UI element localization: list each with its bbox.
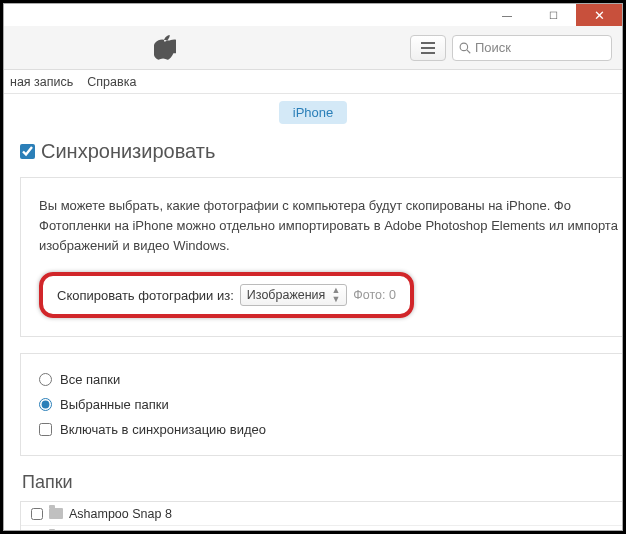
folders-heading: Папки xyxy=(22,472,622,493)
svg-rect-1 xyxy=(421,47,435,49)
window: — ☐ ✕ Поиск ная запись Справка iPhone Си… xyxy=(3,3,623,531)
copy-from-label: Скопировать фотографии из: xyxy=(57,288,234,303)
radio-selected-folders-label: Выбранные папки xyxy=(60,397,169,412)
svg-rect-0 xyxy=(421,42,435,44)
device-bar: iPhone xyxy=(4,94,622,130)
content: Синхронизировать Вы можете выбрать, каки… xyxy=(4,130,622,531)
photo-count: Фото: 0 xyxy=(353,288,396,302)
maximize-button[interactable]: ☐ xyxy=(530,4,576,26)
radio-all-folders[interactable] xyxy=(39,373,52,386)
include-video-checkbox[interactable] xyxy=(39,423,52,436)
titlebar: — ☐ ✕ xyxy=(4,4,622,26)
sync-row: Синхронизировать xyxy=(20,140,622,163)
folder-mode-group: Все папки Выбранные папки Включать в син… xyxy=(39,372,622,437)
chevron-updown-icon: ▲▼ xyxy=(331,286,340,304)
folder-list: Ashampoo Snap 8 Camera Roll Saved Pictur… xyxy=(20,501,622,531)
search-icon xyxy=(459,42,471,54)
svg-line-4 xyxy=(467,49,470,52)
folder-mode-panel: Все папки Выбранные папки Включать в син… xyxy=(20,353,622,456)
radio-all-folders-label: Все папки xyxy=(60,372,120,387)
search-placeholder: Поиск xyxy=(475,40,605,55)
list-icon xyxy=(421,42,435,54)
folder-icon xyxy=(49,508,63,519)
menu-help[interactable]: Справка xyxy=(87,75,136,89)
sync-description: Вы можете выбрать, какие фотографии с ко… xyxy=(39,196,622,256)
menu-account[interactable]: ная запись xyxy=(10,75,73,89)
device-tab-iphone[interactable]: iPhone xyxy=(279,101,347,124)
sync-panel: Вы можете выбрать, какие фотографии с ко… xyxy=(20,177,622,337)
toolbar: Поиск xyxy=(4,26,622,70)
folder-row[interactable]: Ashampoo Snap 8 xyxy=(21,502,622,526)
folder-row[interactable]: Camera Roll xyxy=(21,526,622,531)
folder-checkbox[interactable] xyxy=(31,508,43,520)
sync-checkbox[interactable] xyxy=(20,144,35,159)
menubar: ная запись Справка xyxy=(4,70,622,94)
copy-from-selected: Изображения xyxy=(247,288,326,302)
sync-label: Синхронизировать xyxy=(41,140,215,163)
include-video-label: Включать в синхронизацию видео xyxy=(60,422,266,437)
minimize-button[interactable]: — xyxy=(484,4,530,26)
svg-rect-2 xyxy=(421,52,435,54)
radio-selected-folders[interactable] xyxy=(39,398,52,411)
copy-from-highlight: Скопировать фотографии из: Изображения ▲… xyxy=(39,272,414,318)
search-input[interactable]: Поиск xyxy=(452,35,612,61)
svg-point-3 xyxy=(460,43,468,51)
list-view-button[interactable] xyxy=(410,35,446,61)
apple-logo-icon xyxy=(154,35,176,61)
folder-name: Ashampoo Snap 8 xyxy=(69,507,172,521)
copy-from-select[interactable]: Изображения ▲▼ xyxy=(240,284,347,306)
close-button[interactable]: ✕ xyxy=(576,4,622,26)
